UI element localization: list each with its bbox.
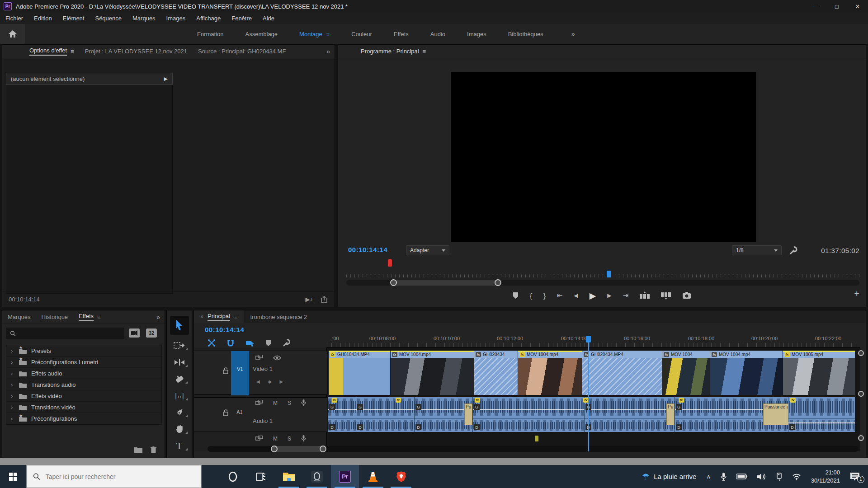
premiere-pro-taskbar-button[interactable]: Pr [331,465,359,488]
fit-dropdown[interactable]: Adapter [406,245,449,255]
workspace-images[interactable]: Images [467,31,486,38]
program-zoom-bar[interactable] [346,280,859,286]
timeline-marker-icon[interactable] [265,339,271,347]
mute-button[interactable]: M [273,436,278,442]
ripple-edit-tool[interactable] [170,357,189,368]
track-height-handle[interactable] [858,391,864,397]
hand-tool[interactable] [170,423,189,435]
program-playhead[interactable] [607,271,611,277]
step-back-icon[interactable]: ◀ [574,292,578,299]
chevron-right-icon[interactable]: › [11,359,14,366]
settings-wrench-icon[interactable] [789,246,798,255]
workspace-formation[interactable]: Formation [197,31,224,38]
audio-transition-puissance[interactable]: Pu [666,404,675,425]
pen-tool[interactable] [170,407,189,418]
tray-wifi-icon[interactable] [792,473,801,480]
menu-edition[interactable]: Edition [34,15,52,22]
home-button[interactable] [0,24,25,44]
effects-search-input[interactable] [19,330,120,337]
mute-button[interactable]: M [273,400,278,406]
nest-sequences-icon[interactable] [208,339,216,347]
clip-mov1004-a[interactable]: fxMOV 1004.mp4 [390,351,474,395]
track-height-handle[interactable] [858,435,864,441]
volume-rubber-band[interactable] [788,422,855,423]
razor-tool[interactable] [170,373,189,385]
timeline-zoom-handle-right[interactable] [320,446,326,452]
audio-track-name[interactable]: Audio 1 [253,418,273,424]
minimize-button[interactable]: — [806,0,826,13]
folder-transitions-audio[interactable]: › Transitions audio [6,379,161,390]
workspace-montage[interactable]: Montage≡ [299,31,330,38]
workspace-overflow-icon[interactable]: » [571,30,575,38]
workspace-effets[interactable]: Effets [394,31,409,38]
cortana-button[interactable] [219,465,247,488]
add-marker-icon[interactable] [513,292,519,299]
clip-gh020434-a[interactable]: fxGH020434 [474,351,518,395]
volume-rubber-band[interactable] [328,409,788,410]
timeline-playhead-head[interactable] [586,336,591,343]
solo-button[interactable]: S [288,400,291,406]
source-patch-a1[interactable]: A1 [233,409,246,415]
menu-fichier[interactable]: Fichier [5,15,23,22]
tab-programme[interactable]: Programme : Principal≡ [355,45,431,58]
menu-marques[interactable]: Marques [132,15,156,22]
sync-lock-icon[interactable] [255,436,263,441]
clip-mov1004-c[interactable]: fxMOV 1004 [662,351,710,395]
panel-menu-icon[interactable]: ≡ [71,48,74,55]
new-folder-icon[interactable] [134,446,142,453]
source-patch-v1[interactable]: V1 [231,351,249,395]
step-forward-icon[interactable]: ▶ [607,292,611,299]
panel-overflow-icon[interactable]: » [326,48,335,55]
chevron-right-icon[interactable]: › [11,370,14,377]
export-frame-icon[interactable] [321,296,328,303]
action-center-button[interactable]: 1 [850,472,863,481]
play-icon[interactable]: ▶ [590,291,596,301]
snap-magnet-icon[interactable] [226,339,235,347]
taskbar-weather[interactable]: ☂ La pluie arrive [642,471,696,482]
program-menu-icon[interactable]: ≡ [423,48,426,55]
taskbar-search-box[interactable] [26,465,202,488]
accelerated-effects-icon[interactable] [129,328,140,338]
clip-mov1004-d[interactable]: fxMOV 1004.mp4 [710,351,783,395]
menu-sequence[interactable]: Séquence [95,15,122,22]
audio-clip-strip[interactable]: G G G G G G D D D D D D D fx fx fx fx fx… [328,397,855,432]
clip-gh010434[interactable]: fxGH010434.MP4 [328,351,390,395]
timeline-ruler[interactable]: :00 00:10:08:00 00:10:10:00 00:10:12:00 … [327,335,860,347]
trash-icon[interactable] [151,446,156,453]
timeline-tab-principal[interactable]: × Principal ≡ [194,310,244,323]
sync-lock-icon[interactable] [255,355,263,361]
folder-preconfig-lumetri[interactable]: › ★ Préconfigurations Lumetri [6,357,161,368]
zoom-handle-right[interactable] [495,279,501,286]
expand-arrow-icon[interactable]: ▶ [164,76,168,82]
clip-mov1004-b[interactable]: fxMOV 1004.mp4 [518,351,582,395]
track-lock-icon[interactable] [223,367,229,374]
type-tool[interactable]: T [170,440,189,452]
voiceover-mic-icon[interactable] [301,435,306,442]
brave-button[interactable] [387,465,415,488]
chevron-right-icon[interactable]: › [11,393,14,399]
effects-search-box[interactable] [6,328,124,339]
export-frame-camera-icon[interactable] [682,292,691,299]
track-height-handle[interactable] [858,350,864,356]
menu-images[interactable]: Images [166,15,186,22]
tray-volume-icon[interactable] [757,473,766,480]
chevron-right-icon[interactable]: › [11,381,14,388]
selection-tool[interactable] [170,316,189,335]
close-button[interactable]: ✕ [847,0,868,13]
timeline-settings-wrench-icon[interactable] [282,338,291,347]
dark-app-button[interactable] [303,465,331,488]
voiceover-mic-icon[interactable] [301,399,306,406]
lift-icon[interactable] [640,291,650,300]
workspace-bibliotheques[interactable]: Bibliothèques [508,31,543,38]
workspace-audio[interactable]: Audio [430,31,445,38]
linked-selection-icon[interactable] [245,339,255,347]
clip-marker-icon[interactable] [535,436,538,441]
mark-out-icon[interactable]: } [543,292,546,300]
timeline-tab-trombone[interactable]: trombone séquence 2 [244,310,313,323]
32bpc-effects-icon[interactable]: 32 [146,328,157,338]
folder-effets-video[interactable]: › Effets vidéo [6,390,161,402]
clip-gh020434-b[interactable]: fxGH020434.MP4 [582,351,662,395]
menu-aide[interactable]: Aide [263,15,274,22]
tray-mic-icon[interactable] [721,473,726,481]
mark-in-icon[interactable]: { [530,292,532,300]
